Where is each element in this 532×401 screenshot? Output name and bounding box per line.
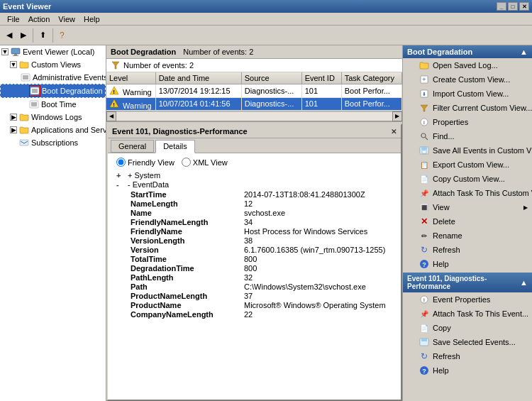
sidebar-item-administrative-events[interactable]: Administrative Events xyxy=(0,71,106,84)
sidebar-item-custom-views[interactable]: ▼ Custom Views xyxy=(0,58,106,71)
radio-xml-view[interactable]: XML View xyxy=(182,158,228,167)
eventdata-collapse[interactable]: - xyxy=(116,180,125,189)
view-submenu-arrow: ▶ xyxy=(523,204,528,211)
table-row[interactable]: ! Warning 13/07/2014 19:12:15 Diagnostic… xyxy=(106,84,402,98)
expand-icon-local[interactable]: ▼ xyxy=(1,48,9,55)
table-hscrollbar[interactable]: ◀ ▶ xyxy=(106,111,402,121)
data-key: DegradationTime xyxy=(131,264,244,273)
col-taskcategory[interactable]: Task Category xyxy=(341,72,401,84)
action-copy-custom-view[interactable]: 📄 Copy Custom View... xyxy=(403,172,532,186)
action-attach-task[interactable]: 📌 Attach Task To This Custom View... xyxy=(403,186,532,200)
cell-eventid-1: 101 xyxy=(301,84,341,98)
action-help-boot[interactable]: ? Help xyxy=(403,257,532,271)
action-event-properties[interactable]: i Event Properties xyxy=(403,292,532,307)
maximize-button[interactable]: □ xyxy=(508,2,518,11)
action-help-event[interactable]: ? Help xyxy=(403,363,532,378)
radio-friendly-view[interactable]: Friendly View xyxy=(116,158,174,167)
close-button[interactable]: ✕ xyxy=(519,2,529,11)
action-create-custom-view[interactable]: + Create Custom View... xyxy=(403,72,532,87)
tab-details[interactable]: Details xyxy=(155,140,195,153)
action-refresh-boot[interactable]: ↻ Refresh xyxy=(403,243,532,257)
data-key: StartTime xyxy=(131,190,244,199)
events-count-header: Number of events: 2 xyxy=(183,48,253,56)
toolbar-back[interactable]: ◀ xyxy=(3,28,16,43)
minimize-button[interactable]: _ xyxy=(497,2,506,11)
data-row: Version6.1.7600.16385 (win7_rtm.090713-1… xyxy=(131,246,398,254)
actions-header-event101[interactable]: Event 101, Diagnostics-Performance ▲ xyxy=(403,273,532,292)
sidebar-item-apps-services[interactable]: ▶ Applications and Services Logs xyxy=(0,123,106,136)
actions-collapse-event[interactable]: ▲ xyxy=(520,278,528,287)
actions-section-boot-degradation: Boot Degradation ▲ Open Saved Log... + C… xyxy=(403,45,532,271)
action-attach-task-event[interactable]: 📌 Attach Task To This Event... xyxy=(403,307,532,321)
cell-level-1: ! Warning xyxy=(106,84,155,98)
menu-action[interactable]: Action xyxy=(24,13,55,25)
data-row: VersionLength38 xyxy=(131,236,398,245)
data-value: 34 xyxy=(244,218,253,226)
sidebar-item-boot-time[interactable]: Boot Time xyxy=(0,98,106,111)
col-source[interactable]: Source xyxy=(241,72,301,84)
action-view[interactable]: 🔳 View ▶ xyxy=(403,200,532,214)
sidebar-item-event-viewer-local[interactable]: ▼ Event Viewer (Local) xyxy=(0,45,106,58)
menu-help[interactable]: Help xyxy=(79,13,104,25)
expand-icon-apps-services[interactable]: ▶ xyxy=(10,126,17,133)
action-properties[interactable]: i Properties xyxy=(403,115,532,129)
action-delete[interactable]: ✕ Delete xyxy=(403,214,532,229)
action-save-all-events[interactable]: Save All Events in Custom View As... xyxy=(403,143,532,158)
action-export-custom-view[interactable]: 📋 Export Custom View... xyxy=(403,158,532,172)
data-row: CompanyNameLength22 xyxy=(131,310,398,319)
toolbar-help[interactable]: ? xyxy=(56,28,68,43)
menu-view[interactable]: View xyxy=(54,13,79,25)
find-icon xyxy=(419,131,430,142)
action-find[interactable]: Find... xyxy=(403,129,532,143)
scroll-left-btn[interactable]: ◀ xyxy=(106,111,116,121)
scroll-right-btn[interactable]: ▶ xyxy=(392,111,402,121)
data-key: ProductName xyxy=(131,301,244,309)
help-event-icon: ? xyxy=(419,365,430,376)
list-icon-boot-time xyxy=(28,99,40,110)
toolbar-forward[interactable]: ▶ xyxy=(17,28,30,43)
data-row: ProductNameMicrosoft® Windows® Operating… xyxy=(131,301,398,309)
svg-text:⬇: ⬇ xyxy=(422,92,426,97)
scroll-track[interactable] xyxy=(116,112,392,121)
action-refresh-event[interactable]: ↻ Refresh xyxy=(403,349,532,363)
actions-header-boot-degradation[interactable]: Boot Degradation ▲ xyxy=(403,45,532,58)
sidebar-item-subscriptions[interactable]: Subscriptions xyxy=(0,136,106,149)
xml-view-label: XML View xyxy=(193,158,228,167)
tab-general[interactable]: General xyxy=(111,140,154,153)
table-row[interactable]: ! Warning 10/07/2014 01:41:56 Diagnostic… xyxy=(106,97,402,111)
event-detail-panel: Event 101, Diagnostics-Performance ✕ Gen… xyxy=(106,123,402,401)
expand-icon-custom-views[interactable]: ▼ xyxy=(10,61,17,68)
label-apps-services: Applications and Services Logs xyxy=(31,126,106,134)
action-copy[interactable]: 📄 Copy xyxy=(403,321,532,335)
events-table-scroll[interactable]: Level Date and Time Source Event ID Task… xyxy=(106,72,402,111)
data-value: 22 xyxy=(244,310,253,319)
action-filter-custom-view[interactable]: Filter Current Custom View... xyxy=(403,101,532,115)
data-row: Namesvchost.exe xyxy=(131,209,398,217)
svg-marker-16 xyxy=(112,62,119,69)
action-import-custom-view[interactable]: ⬇ Import Custom View... xyxy=(403,87,532,101)
actions-collapse-boot[interactable]: ▲ xyxy=(520,48,528,56)
sidebar-item-windows-logs[interactable]: ▶ Windows Logs xyxy=(0,111,106,123)
detail-close-button[interactable]: ✕ xyxy=(391,128,397,136)
menu-file[interactable]: File xyxy=(3,13,24,25)
eventdata-node: - - EventData StartTime2014-07-13T18:08:… xyxy=(116,180,398,319)
main-layout: ▼ Event Viewer (Local) ▼ Custom Views Ad… xyxy=(0,45,532,401)
data-row: FriendlyNameLength34 xyxy=(131,218,398,226)
sidebar-item-boot-degradation[interactable]: Boot Degradation xyxy=(0,84,106,98)
radio-xml-input[interactable] xyxy=(182,158,191,167)
col-level[interactable]: Level xyxy=(106,72,155,84)
system-expand[interactable]: + xyxy=(116,171,125,180)
friendly-view-label: Friendly View xyxy=(128,158,174,167)
svg-text:?: ? xyxy=(422,368,426,375)
radio-friendly-input[interactable] xyxy=(116,158,126,167)
toolbar-up[interactable]: ⬆ xyxy=(36,28,50,43)
action-open-saved-log[interactable]: Open Saved Log... xyxy=(403,58,532,72)
action-rename[interactable]: ✏ Rename xyxy=(403,229,532,243)
expand-icon-windows-logs[interactable]: ▶ xyxy=(10,114,17,121)
toolbar-sep-1 xyxy=(33,28,33,43)
warning-icon-1: ! xyxy=(109,85,119,95)
subscriptions-icon xyxy=(18,137,30,148)
action-save-selected[interactable]: Save Selected Events... xyxy=(403,335,532,349)
col-datetime[interactable]: Date and Time xyxy=(155,72,241,84)
col-eventid[interactable]: Event ID xyxy=(301,72,341,84)
